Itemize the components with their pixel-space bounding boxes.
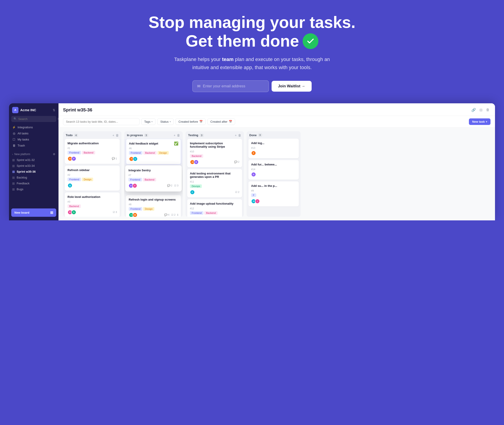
check-done-icon: ✅ bbox=[174, 141, 178, 146]
card-title: Add testing environment that generates u… bbox=[190, 172, 239, 179]
kanban-board: Todo 4 + 🗑 Migrate authentication #1 Fr bbox=[59, 128, 495, 220]
calendar-icon: 📅 bbox=[229, 120, 232, 123]
card-meta: 💬 4 ☑ 2 ℹ bbox=[164, 213, 178, 216]
join-waitlist-button[interactable]: Join Waitlist → bbox=[272, 81, 311, 92]
card-id: #7 bbox=[129, 174, 178, 177]
card-title: Add fur... betwee... bbox=[251, 163, 296, 166]
sidebar-item-trash[interactable]: 🗑 Trash bbox=[9, 142, 59, 149]
hero-title-line2: Get them done bbox=[186, 32, 318, 50]
card-avatars: C bbox=[190, 190, 195, 195]
tag-frontend: Frontend bbox=[129, 151, 142, 155]
card-done-3[interactable]: Add su... in the p... #9 F H I bbox=[249, 181, 299, 206]
sidebar-search-box[interactable]: 🔍 ⌘+K bbox=[11, 116, 56, 122]
link-icon-button[interactable]: 🔗 bbox=[471, 107, 477, 113]
card-testing-environment[interactable]: Add testing environment that generates u… bbox=[187, 169, 242, 197]
sort-icon[interactable]: ⇅ bbox=[53, 108, 55, 112]
card-title: Add image upload functionality bbox=[190, 202, 239, 205]
col-delete-button-in-progress[interactable]: 🗑 bbox=[177, 133, 180, 137]
card-tags: Frontend Backend bbox=[190, 211, 239, 215]
card-migrate-authentication[interactable]: Migrate authentication #1 Frontend Backe… bbox=[65, 139, 120, 164]
sidebar-item-all-tasks-label: All tasks bbox=[18, 132, 28, 135]
tag-backend: Backend bbox=[82, 151, 95, 154]
tags-filter-button[interactable]: Tags ▾ bbox=[141, 118, 156, 125]
created-after-filter-button[interactable]: Created after 📅 bbox=[207, 118, 235, 125]
col-add-button-in-progress[interactable]: + bbox=[174, 133, 176, 137]
card-add-feedback-widget[interactable]: ✅ Add feedback widget #6 Frontend Backen… bbox=[126, 139, 181, 164]
column-testing: Testing 3 + 🗑 Implement subscription fun… bbox=[185, 131, 244, 217]
avatar: U bbox=[133, 156, 138, 161]
card-refresh-login[interactable]: Refresh login and signup screens #8 Fron… bbox=[126, 195, 181, 217]
card-id: #1 bbox=[67, 147, 117, 149]
card-title: Add su... in the p... bbox=[251, 184, 296, 187]
tag-frontend: F bbox=[251, 193, 256, 197]
new-board-button[interactable]: New board ⊞ bbox=[11, 208, 56, 217]
sidebar-board-sprint-w35-36[interactable]: ⊞ Sprint w35-36 bbox=[9, 169, 59, 175]
envelope-icon: ✉ bbox=[197, 84, 201, 89]
avatar: S bbox=[71, 210, 76, 215]
sidebar-item-integrations[interactable]: ⚡ Integrations bbox=[9, 124, 59, 130]
col-add-button-todo[interactable]: + bbox=[112, 133, 114, 137]
hero-section: Stop managing your tasks. Get them done … bbox=[0, 0, 504, 103]
board-label: Feedback bbox=[17, 182, 29, 185]
col-delete-button-testing[interactable]: 🗑 bbox=[238, 133, 241, 137]
board-label-active: Sprint w35-36 bbox=[17, 170, 36, 173]
settings-icon[interactable]: ⚙ bbox=[53, 153, 55, 156]
status-filter-button[interactable]: Status ▾ bbox=[157, 118, 174, 125]
avatar: Q bbox=[67, 183, 72, 188]
email-input[interactable] bbox=[203, 84, 264, 88]
card-done-1[interactable]: Add log... #13 F bbox=[249, 139, 299, 158]
sidebar-board-backlog[interactable]: ⊞ Backlog bbox=[9, 175, 59, 180]
card-title: Role level authorization bbox=[67, 195, 117, 199]
new-task-button[interactable]: New task + bbox=[469, 118, 491, 125]
sidebar-board-sprint-w31-32[interactable]: ⊞ Sprint w31-32 bbox=[9, 157, 59, 163]
created-before-filter-button[interactable]: Created before 📅 bbox=[176, 118, 206, 125]
card-footer: F bbox=[251, 151, 296, 156]
tag-backend: Backend bbox=[204, 211, 218, 215]
delete-board-button[interactable]: 🗑 bbox=[485, 107, 491, 113]
card-meta: 💬 2 ☑ 3 bbox=[167, 184, 178, 187]
card-id: #12 bbox=[190, 207, 239, 210]
my-tasks-icon: ☐ bbox=[12, 138, 16, 141]
card-id: #8 bbox=[129, 203, 178, 206]
chevron-left-icon: ‹ bbox=[12, 153, 13, 156]
sidebar-item-all-tasks[interactable]: ◎ All tasks bbox=[9, 130, 59, 136]
board-label: Sprint w33-34 bbox=[17, 164, 35, 167]
card-footer: Q bbox=[67, 183, 117, 188]
sidebar-board-bugs[interactable]: ⊞ Bugs bbox=[9, 186, 59, 192]
sidebar-item-my-tasks[interactable]: ☐ My tasks bbox=[9, 136, 59, 142]
main-content: Sprint w35-36 🔗 ⊟ 🗑 Tags ▾ Status ▾ Crea… bbox=[59, 103, 495, 220]
sidebar-section-new-platform: ‹ New platform ⚙ ⊞ Sprint w31-32 ⊞ Sprin… bbox=[9, 151, 59, 192]
task-search-input[interactable] bbox=[63, 118, 139, 125]
grid-view-button[interactable]: ⊟ bbox=[478, 107, 483, 113]
card-avatars: R S bbox=[67, 210, 76, 215]
col-delete-button-todo[interactable]: 🗑 bbox=[116, 133, 119, 137]
card-subscription-stripe[interactable]: Implement subscription functionality usi… bbox=[187, 139, 242, 167]
card-integrate-sentry-tooltip[interactable]: Integrate Sentry #7 Frontend Backend X Y bbox=[125, 165, 182, 192]
tag-backend: Backend bbox=[67, 204, 81, 208]
card-footer: H I bbox=[251, 199, 296, 204]
col-cards-done: Add log... #13 F Add fur... betwee... #1… bbox=[247, 139, 301, 217]
card-refresh-sidebar[interactable]: Refresh sidebar #2 Frontend Design Q bbox=[65, 166, 120, 191]
tag-frontend: Frontend bbox=[129, 207, 142, 211]
board-icon: ⊞ bbox=[12, 158, 15, 162]
sidebar-board-sprint-w33-34[interactable]: ⊞ Sprint w33-34 bbox=[9, 163, 59, 169]
col-count-in-progress: 3 bbox=[144, 134, 148, 137]
avatar: E bbox=[194, 217, 199, 217]
card-done-2[interactable]: Add fur... betwee... #14 G bbox=[249, 160, 299, 180]
tag-design: Design bbox=[143, 207, 154, 211]
trash-icon: 🗑 bbox=[12, 144, 16, 147]
card-meta: ☑ 3 bbox=[113, 211, 117, 214]
search-input[interactable] bbox=[18, 117, 56, 121]
sidebar-logo: A Acme INC bbox=[12, 107, 36, 113]
col-add-button-testing[interactable]: + bbox=[235, 133, 237, 137]
card-tags: F bbox=[251, 193, 296, 197]
card-image-upload[interactable]: Add image upload functionality #12 Front… bbox=[187, 199, 242, 217]
col-header-todo: Todo 4 + 🗑 bbox=[63, 131, 122, 139]
board-icon-active: ⊞ bbox=[12, 170, 15, 173]
comment-icon: 💬 2 bbox=[234, 160, 239, 163]
col-count-todo: 4 bbox=[74, 134, 78, 137]
sidebar-section-header[interactable]: ‹ New platform ⚙ bbox=[9, 151, 59, 157]
sidebar-board-feedback[interactable]: ⊞ Feedback bbox=[9, 180, 59, 186]
card-role-level-auth[interactable]: Role level authorization #3 Backend R S … bbox=[65, 193, 120, 217]
column-in-progress: In progress 3 + 🗑 ✅ Add feedback widget … bbox=[124, 131, 183, 217]
